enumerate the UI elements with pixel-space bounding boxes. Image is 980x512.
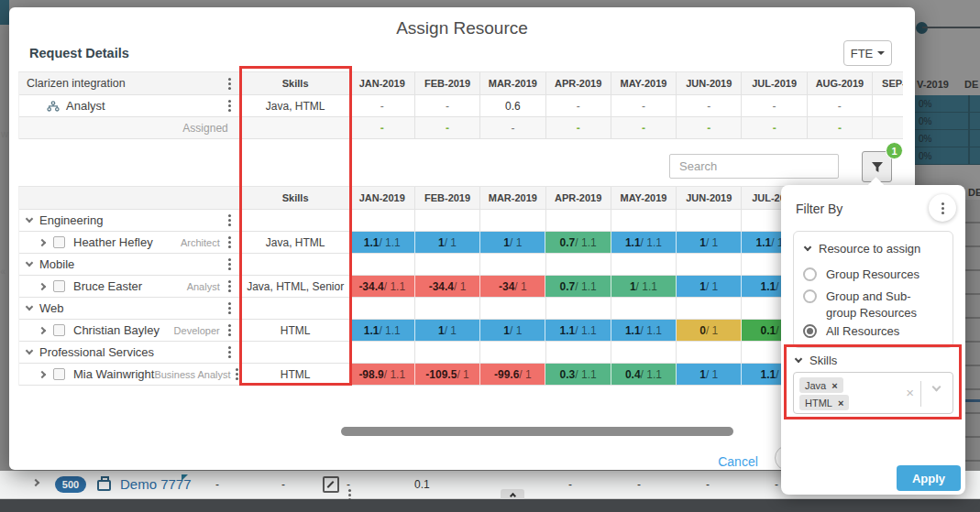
radio-selected-icon[interactable] xyxy=(803,324,817,338)
backdrop-cell-value: - xyxy=(281,478,285,491)
allocation-cell[interactable] xyxy=(415,342,480,363)
fte-unit-dropdown[interactable]: FTE xyxy=(843,40,892,66)
allocation-cell[interactable]: 0.7 / 1.1 xyxy=(545,276,611,297)
allocation-cell[interactable] xyxy=(677,342,742,363)
allocation-cell[interactable] xyxy=(611,298,677,319)
kebab-menu-icon[interactable] xyxy=(236,373,238,376)
allocation-cell[interactable]: 0 / 1 xyxy=(677,320,742,341)
collapse-chevron-icon[interactable] xyxy=(26,258,33,266)
allocation-cell[interactable]: 0.3 / 1.1 xyxy=(545,364,611,385)
radio-unselected-icon[interactable] xyxy=(803,267,817,281)
allocation-cell[interactable]: 1 / 1 xyxy=(415,232,480,253)
horizontal-scrollbar[interactable] xyxy=(341,427,733,436)
expand-chevron-icon[interactable] xyxy=(32,479,39,486)
expand-chevron-icon[interactable] xyxy=(39,370,46,377)
allocation-cell[interactable] xyxy=(350,254,415,275)
row-checkbox[interactable] xyxy=(53,324,65,336)
skill-tag[interactable]: Java× xyxy=(799,377,843,393)
allocation-cell[interactable] xyxy=(350,210,415,231)
allocation-cell[interactable] xyxy=(611,254,677,275)
skills-cell xyxy=(242,254,350,275)
radio-unselected-icon[interactable] xyxy=(803,289,817,303)
collapse-chevron-icon[interactable] xyxy=(26,346,33,354)
allocation-cell[interactable] xyxy=(415,210,480,231)
filter-panel-menu-button[interactable] xyxy=(929,194,956,222)
allocation-cell[interactable]: 1 / 1 xyxy=(677,232,742,253)
allocation-cell[interactable]: 1.1 / 1.1 xyxy=(350,232,415,253)
allocation-cell[interactable]: 1 / 1 xyxy=(677,364,742,385)
skill-tag-label: Java xyxy=(805,380,826,391)
kebab-menu-icon[interactable] xyxy=(348,494,351,496)
allocation-cell[interactable]: 1 / 1.1 xyxy=(611,276,677,297)
skill-tag[interactable]: HTML× xyxy=(799,395,849,410)
allocation-cell[interactable]: -34 / 1 xyxy=(480,276,545,297)
collapse-chevron-icon[interactable] xyxy=(26,302,33,310)
allocation-cell[interactable] xyxy=(415,298,480,319)
kebab-menu-icon[interactable] xyxy=(225,285,236,288)
allocation-cell[interactable]: 1.1 / 1.1 xyxy=(545,320,611,341)
row-checkbox[interactable] xyxy=(53,236,65,248)
allocation-cell[interactable] xyxy=(480,298,545,319)
allocation-cell[interactable] xyxy=(677,254,742,275)
allocation-cell[interactable] xyxy=(415,254,480,275)
allocation-cell[interactable]: 1 / 1 xyxy=(480,232,545,253)
allocation-cell[interactable]: -98.9 / 1.1 xyxy=(350,364,415,385)
expand-chevron-icon[interactable] xyxy=(39,282,46,289)
expand-chevron-icon[interactable] xyxy=(39,238,46,245)
allocation-cell[interactable] xyxy=(480,342,545,363)
allocation-cell[interactable]: 1 / 1 xyxy=(480,320,545,341)
row-name-cell: Mia WainwrightBusiness Analyst xyxy=(19,364,242,385)
allocation-cell[interactable] xyxy=(611,210,677,231)
kebab-menu-icon[interactable] xyxy=(225,219,236,222)
allocation-cell[interactable] xyxy=(350,298,415,319)
collapse-chevron-icon[interactable] xyxy=(26,214,33,222)
allocation-cell[interactable]: 1.1 / 1.1 xyxy=(611,232,677,253)
allocation-cell[interactable]: -34.4 / 1 xyxy=(415,276,480,297)
allocation-cell[interactable]: 1.1 / 1.1 xyxy=(350,320,415,341)
remove-tag-icon[interactable]: × xyxy=(838,398,843,409)
allocation-cell[interactable]: 1.1 / 1.1 xyxy=(611,320,677,341)
row-checkbox[interactable] xyxy=(53,368,65,380)
allocation-cell[interactable]: 0.4 / 1.1 xyxy=(611,364,677,385)
allocation-cell[interactable]: 0.7 / 1.1 xyxy=(545,232,611,253)
allocation-cell[interactable] xyxy=(611,342,677,363)
allocation-cell[interactable] xyxy=(350,342,415,363)
kebab-menu-icon[interactable] xyxy=(225,263,236,266)
allocation-cell[interactable]: -99.6 / 1 xyxy=(480,364,545,385)
row-checkbox[interactable] xyxy=(53,280,65,292)
kebab-menu-icon[interactable] xyxy=(225,351,236,354)
allocation-cell[interactable] xyxy=(677,298,742,319)
kebab-menu-icon[interactable] xyxy=(225,307,236,310)
skills-section-header[interactable]: Skills xyxy=(796,354,837,367)
kebab-menu-icon[interactable] xyxy=(225,104,236,107)
edit-pencil-icon[interactable] xyxy=(323,476,339,493)
allocation-cell[interactable]: 1 / 1 xyxy=(677,276,742,297)
resource-section-header[interactable]: Resource to assign xyxy=(805,242,920,256)
kebab-menu-icon[interactable] xyxy=(225,82,236,85)
radio-option[interactable]: Group Resources xyxy=(803,267,936,283)
allocation-cell[interactable] xyxy=(546,210,611,231)
allocation-cell[interactable]: -109.5 / 1 xyxy=(415,364,480,385)
allocation-cell[interactable] xyxy=(546,254,611,275)
radio-option[interactable]: All Resources xyxy=(803,323,936,340)
demand-cell xyxy=(873,95,903,116)
allocation-cell[interactable]: -34.4 / 1.1 xyxy=(350,276,415,297)
allocation-cell[interactable]: 1 / 1 xyxy=(415,320,480,341)
cancel-button[interactable]: Cancel xyxy=(706,454,770,469)
remove-tag-icon[interactable]: × xyxy=(831,380,837,391)
allocation-cell[interactable] xyxy=(546,298,611,319)
allocation-cell[interactable] xyxy=(480,210,545,231)
expand-chevron-icon[interactable] xyxy=(39,326,46,333)
project-title[interactable]: Demo 7777 xyxy=(120,476,192,492)
select-chevron-down-icon[interactable] xyxy=(932,383,941,392)
allocation-cell[interactable] xyxy=(677,210,742,231)
clear-selection-icon[interactable]: × xyxy=(906,385,914,400)
skills-multiselect[interactable]: Java×HTML× × xyxy=(793,372,953,414)
radio-option[interactable]: Group and Sub-group Resources xyxy=(803,289,936,321)
kebab-menu-icon[interactable] xyxy=(225,241,236,244)
search-input[interactable] xyxy=(669,154,839,179)
allocation-cell[interactable] xyxy=(480,254,545,275)
allocation-cell[interactable] xyxy=(546,342,611,363)
kebab-menu-icon[interactable] xyxy=(225,329,236,332)
apply-filter-button[interactable]: Apply xyxy=(897,465,961,491)
